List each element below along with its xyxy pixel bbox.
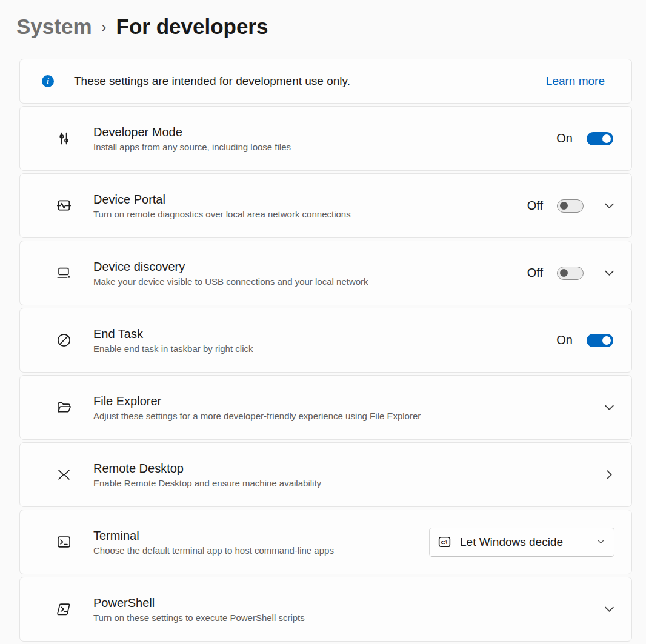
dropdown-selected-value: Let Windows decide — [460, 536, 563, 549]
developer-mode-icon — [55, 130, 72, 147]
info-icon: i — [42, 75, 54, 87]
setting-title: Device Portal — [93, 193, 527, 207]
svg-text:c:\: c:\ — [441, 539, 447, 545]
command-prompt-icon: c:\ — [437, 534, 452, 549]
setting-text: Developer Mode Install apps from any sou… — [93, 125, 556, 152]
device-discovery-expander[interactable] — [601, 265, 617, 281]
chevron-down-icon — [603, 401, 616, 414]
end-task-icon — [55, 332, 72, 349]
setting-subtitle: Adjust these settings for a more develop… — [93, 411, 601, 421]
setting-subtitle: Enable Remote Desktop and ensure machine… — [93, 478, 601, 488]
setting-subtitle: Turn on these settings to execute PowerS… — [93, 612, 601, 623]
setting-text: Device discovery Make your device visibl… — [93, 260, 527, 287]
developer-mode-toggle[interactable] — [587, 132, 613, 145]
setting-row-remote-desktop[interactable]: Remote Desktop Enable Remote Desktop and… — [19, 442, 632, 507]
powershell-icon — [55, 601, 72, 618]
setting-title: Remote Desktop — [93, 462, 601, 476]
setting-subtitle: Choose the default terminal app to host … — [93, 545, 429, 556]
setting-title: Device discovery — [93, 260, 527, 274]
end-task-toggle[interactable] — [587, 334, 613, 347]
breadcrumb: System › For developers — [16, 15, 632, 39]
chevron-down-icon — [596, 537, 605, 546]
device-discovery-icon — [55, 265, 72, 282]
setting-title: PowerShell — [93, 596, 601, 610]
settings-list: i These settings are intended for develo… — [19, 59, 632, 642]
chevron-down-icon — [603, 199, 616, 212]
toggle-state-label: Off — [527, 199, 543, 213]
device-portal-icon — [55, 198, 72, 214]
setting-text: Terminal Choose the default terminal app… — [93, 529, 429, 556]
remote-desktop-navigate[interactable] — [601, 467, 617, 483]
info-banner: i These settings are intended for develo… — [19, 59, 632, 104]
breadcrumb-separator-icon: › — [102, 19, 107, 36]
chevron-down-icon — [603, 603, 616, 616]
setting-row-device-discovery: Device discovery Make your device visibl… — [19, 241, 632, 305]
setting-title: Terminal — [93, 529, 429, 543]
setting-title: End Task — [93, 327, 556, 341]
device-portal-expander[interactable] — [601, 198, 617, 214]
device-portal-toggle[interactable] — [557, 199, 584, 213]
setting-subtitle: Enable end task in taskbar by right clic… — [93, 344, 556, 354]
info-banner-text: These settings are intended for developm… — [74, 75, 350, 88]
page-title: For developers — [116, 15, 268, 39]
toggle-state-label: On — [556, 333, 573, 347]
toggle-state-label: On — [556, 131, 573, 145]
chevron-down-icon — [603, 267, 616, 279]
setting-row-end-task: End Task Enable end task in taskbar by r… — [19, 308, 632, 373]
learn-more-link[interactable]: Learn more — [546, 75, 605, 88]
terminal-app-dropdown[interactable]: c:\ Let Windows decide — [429, 528, 614, 557]
setting-text: End Task Enable end task in taskbar by r… — [93, 327, 556, 354]
setting-text: Remote Desktop Enable Remote Desktop and… — [93, 462, 601, 488]
terminal-icon — [55, 534, 72, 551]
chevron-right-icon — [603, 468, 616, 481]
file-explorer-icon — [55, 399, 72, 416]
setting-title: Developer Mode — [93, 125, 556, 139]
setting-text: Device Portal Turn on remote diagnostics… — [93, 193, 527, 219]
remote-desktop-icon — [55, 466, 72, 483]
setting-text: File Explorer Adjust these settings for … — [93, 394, 601, 421]
powershell-expander[interactable] — [601, 602, 617, 617]
setting-subtitle: Turn on remote diagnostics over local ar… — [93, 209, 527, 219]
setting-row-file-explorer[interactable]: File Explorer Adjust these settings for … — [19, 375, 632, 440]
setting-subtitle: Make your device visible to USB connecti… — [93, 276, 527, 287]
setting-row-device-portal: Device Portal Turn on remote diagnostics… — [19, 173, 632, 238]
setting-text: PowerShell Turn on these settings to exe… — [93, 596, 601, 623]
setting-row-developer-mode: Developer Mode Install apps from any sou… — [19, 106, 632, 171]
setting-row-powershell[interactable]: PowerShell Turn on these settings to exe… — [19, 577, 632, 642]
file-explorer-expander[interactable] — [601, 400, 617, 416]
setting-row-terminal: Terminal Choose the default terminal app… — [19, 510, 632, 574]
toggle-state-label: Off — [527, 266, 543, 280]
device-discovery-toggle[interactable] — [557, 267, 584, 280]
setting-subtitle: Install apps from any source, including … — [93, 142, 556, 152]
setting-title: File Explorer — [93, 394, 601, 408]
breadcrumb-parent[interactable]: System — [16, 15, 92, 39]
